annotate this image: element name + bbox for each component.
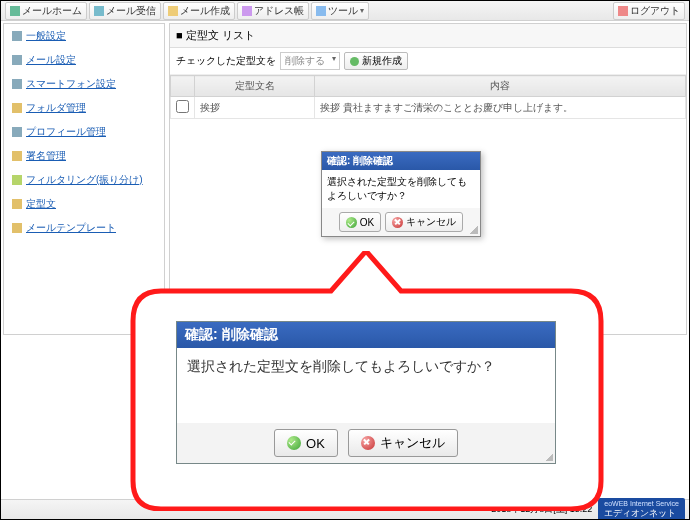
cancel-circle-icon: [392, 217, 403, 228]
panel-toolbar: チェックした定型文を 削除する ▾ 新規作成: [170, 48, 686, 75]
dialog-message: 選択された定型文を削除してもよろしいですか？: [322, 170, 480, 208]
cancel-button[interactable]: キャンセル: [348, 429, 458, 457]
col-checkbox: [171, 76, 195, 97]
mail-icon: [12, 55, 22, 65]
panel-title: ■ 定型文 リスト: [170, 24, 686, 48]
signature-icon: [12, 151, 22, 161]
logout-label: ログアウト: [630, 4, 680, 18]
logout-button[interactable]: ログアウト: [613, 2, 685, 20]
new-button-label: 新規作成: [362, 54, 402, 68]
cancel-circle-icon: [361, 436, 375, 450]
bulk-action-select[interactable]: 削除する ▾: [280, 52, 340, 70]
nav-address-book[interactable]: アドレス帳: [237, 2, 309, 20]
sidebar-label: スマートフォン設定: [26, 77, 116, 91]
brand-small: eoWEB Internet Service: [604, 500, 679, 507]
check-circle-icon: [346, 217, 357, 228]
chevron-down-icon: ▾: [332, 54, 336, 63]
sidebar-label: フィルタリング(振り分け): [26, 173, 143, 187]
dialog-title: 確認: 削除確認: [322, 152, 480, 170]
table-row[interactable]: 挨拶 挨拶 貴社ますますご清栄のこととお慶び申し上げます。: [171, 97, 686, 119]
sidebar-label: メールテンプレート: [26, 221, 116, 235]
resize-grabber-icon[interactable]: [543, 451, 553, 461]
nav-address-book-label: アドレス帳: [254, 4, 304, 18]
logout-icon: [618, 6, 628, 16]
sidebar-label: 署名管理: [26, 149, 66, 163]
dropdown-icon: ▾: [360, 6, 364, 15]
filter-icon: [12, 175, 22, 185]
confirm-dialog-large: 確認: 削除確認 選択された定型文を削除してもよろしいですか？ OK キャンセル: [176, 321, 556, 464]
sidebar-item-profile[interactable]: プロフィール管理: [4, 120, 164, 144]
nav-mail-receive-label: メール受信: [106, 4, 156, 18]
nav-mail-home-label: メールホーム: [22, 4, 82, 18]
brand-badge: eoWEB Internet Service エディオンネット: [598, 498, 685, 521]
nav-tools[interactable]: ツール ▾: [311, 2, 369, 20]
top-toolbar-left: メールホーム メール受信 メール作成 アドレス帳 ツール ▾: [5, 2, 369, 20]
cancel-label: キャンセル: [406, 215, 456, 229]
sidebar-item-general[interactable]: 一般設定: [4, 24, 164, 48]
compose-icon: [168, 6, 178, 16]
col-name: 定型文名: [195, 76, 315, 97]
tools-icon: [316, 6, 326, 16]
check-label: チェックした定型文を: [176, 54, 276, 68]
brand-label: エディオンネット: [604, 508, 676, 518]
sidebar-label: 定型文: [26, 197, 56, 211]
addressbook-icon: [242, 6, 252, 16]
row-content: 挨拶 貴社ますますご清栄のこととお慶び申し上げます。: [315, 97, 686, 119]
resize-grabber-icon[interactable]: [468, 224, 478, 234]
nav-mail-home[interactable]: メールホーム: [5, 2, 87, 20]
callout: 確認: 削除確認 選択された定型文を削除してもよろしいですか？ OK キャンセル: [121, 251, 611, 511]
template-table: 定型文名 内容 挨拶 挨拶 貴社ますますご清栄のこととお慶び申し上げます。: [170, 75, 686, 119]
ok-button[interactable]: OK: [339, 212, 381, 232]
cancel-button[interactable]: キャンセル: [385, 212, 463, 232]
sidebar-label: フォルダ管理: [26, 101, 86, 115]
folder-icon: [12, 103, 22, 113]
bulk-action-value: 削除する: [285, 55, 325, 66]
sidebar-item-template-text[interactable]: 定型文: [4, 192, 164, 216]
sidebar-item-mail-template[interactable]: メールテンプレート: [4, 216, 164, 240]
ok-label: OK: [306, 436, 325, 451]
row-checkbox[interactable]: [176, 100, 189, 113]
row-name: 挨拶: [195, 97, 315, 119]
plus-icon: [350, 57, 359, 66]
new-button[interactable]: 新規作成: [344, 52, 408, 70]
sidebar-item-signature[interactable]: 署名管理: [4, 144, 164, 168]
check-circle-icon: [287, 436, 301, 450]
sidebar-item-folder[interactable]: フォルダ管理: [4, 96, 164, 120]
sidebar-item-filter[interactable]: フィルタリング(振り分け): [4, 168, 164, 192]
sidebar-label: メール設定: [26, 53, 76, 67]
top-toolbar: メールホーム メール受信 メール作成 アドレス帳 ツール ▾ ログアウト: [1, 1, 689, 21]
cancel-label: キャンセル: [380, 434, 445, 452]
mail-template-icon: [12, 223, 22, 233]
home-icon: [10, 6, 20, 16]
dialog-title: 確認: 削除確認: [177, 322, 555, 348]
inbox-icon: [94, 6, 104, 16]
col-content: 内容: [315, 76, 686, 97]
nav-mail-compose-label: メール作成: [180, 4, 230, 18]
nav-mail-receive[interactable]: メール受信: [89, 2, 161, 20]
confirm-dialog-small: 確認: 削除確認 選択された定型文を削除してもよろしいですか？ OK キャンセル: [321, 151, 481, 237]
template-icon: [12, 199, 22, 209]
gear-icon: [12, 31, 22, 41]
nav-mail-compose[interactable]: メール作成: [163, 2, 235, 20]
sidebar-item-smartphone[interactable]: スマートフォン設定: [4, 72, 164, 96]
sidebar-item-mail[interactable]: メール設定: [4, 48, 164, 72]
dialog-message: 選択された定型文を削除してもよろしいですか？: [177, 348, 555, 423]
sidebar-label: プロフィール管理: [26, 125, 106, 139]
ok-button[interactable]: OK: [274, 429, 338, 457]
phone-icon: [12, 79, 22, 89]
ok-label: OK: [360, 217, 374, 228]
profile-icon: [12, 127, 22, 137]
sidebar-label: 一般設定: [26, 29, 66, 43]
nav-tools-label: ツール: [328, 4, 358, 18]
